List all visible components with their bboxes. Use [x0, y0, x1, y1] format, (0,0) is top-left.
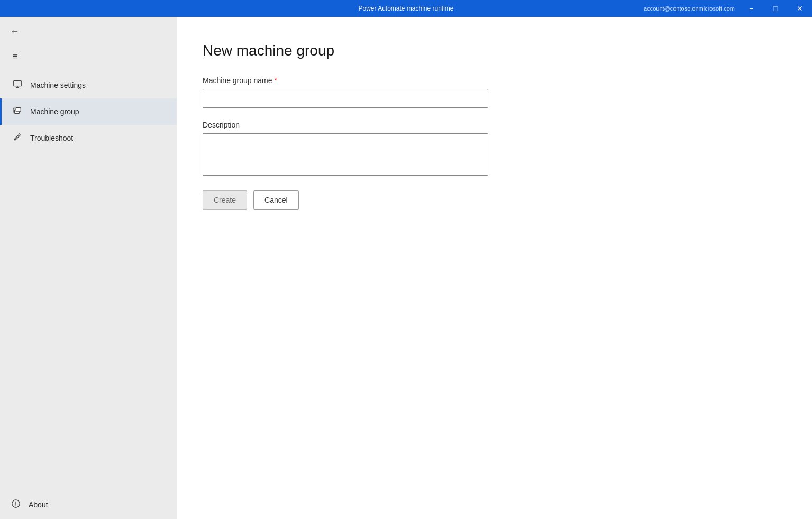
main-content: New machine group Machine group name * D…	[177, 17, 812, 519]
sidebar-item-machine-group[interactable]: Machine group	[0, 98, 177, 125]
required-star: *	[275, 76, 277, 85]
sidebar-nav: Machine settings Machine group	[0, 72, 177, 490]
form-label-name: Machine group name *	[203, 76, 787, 85]
svg-point-9	[16, 502, 16, 502]
svg-rect-5	[16, 108, 21, 112]
about-label: About	[29, 500, 48, 509]
hamburger-button[interactable]: ≡	[11, 50, 20, 63]
svg-rect-0	[14, 81, 21, 86]
sidebar-item-machine-settings[interactable]: Machine settings	[0, 72, 177, 98]
sidebar: ← ≡ Machine settings	[0, 17, 177, 519]
description-textarea[interactable]	[203, 133, 488, 176]
back-button[interactable]: ←	[8, 24, 21, 38]
app-container: ← ≡ Machine settings	[0, 17, 812, 519]
sidebar-item-machine-settings-label: Machine settings	[30, 81, 86, 89]
sidebar-top: ←	[0, 17, 177, 45]
create-button[interactable]: Create	[203, 190, 247, 210]
sidebar-item-troubleshoot[interactable]: Troubleshoot	[0, 125, 177, 151]
form-group-description: Description	[203, 121, 787, 178]
restore-button[interactable]: □	[763, 0, 788, 17]
minimize-button[interactable]: −	[739, 0, 763, 17]
monitor-icon	[12, 79, 23, 91]
info-icon	[11, 499, 21, 511]
titlebar-account: account@contoso.onmicrosoft.com	[644, 5, 735, 12]
sidebar-item-machine-group-label: Machine group	[30, 107, 79, 116]
titlebar: Power Automate machine runtime account@c…	[0, 0, 812, 17]
sidebar-item-troubleshoot-label: Troubleshoot	[30, 134, 73, 142]
titlebar-title: Power Automate machine runtime	[358, 5, 453, 12]
form-group-name: Machine group name *	[203, 76, 787, 108]
machine-group-name-input[interactable]	[203, 89, 488, 108]
titlebar-controls: − □ ✕	[739, 0, 812, 17]
form-label-description: Description	[203, 121, 787, 129]
button-row: Create Cancel	[203, 190, 787, 210]
cancel-button[interactable]: Cancel	[253, 190, 299, 210]
machine-group-icon	[12, 106, 23, 117]
wrench-icon	[12, 132, 23, 144]
sidebar-item-about[interactable]: About	[0, 490, 177, 519]
close-button[interactable]: ✕	[788, 0, 812, 17]
page-title: New machine group	[203, 42, 787, 59]
